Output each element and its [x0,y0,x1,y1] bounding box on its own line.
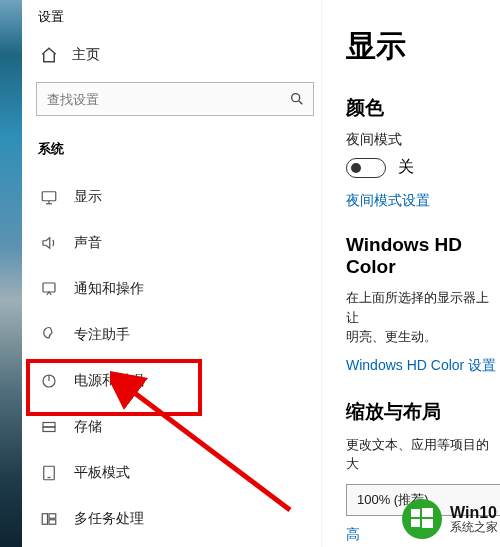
svg-rect-18 [422,508,433,517]
hd-color-help: 在上面所选择的显示器上让 明亮、更生动。 [346,288,500,347]
page-title: 显示 [346,26,500,67]
sidebar-item-storage[interactable]: 存储 [30,404,321,450]
sidebar-item-label: 多任务处理 [74,510,313,528]
settings-window: 设置 主页 [22,0,500,547]
color-heading: 颜色 [346,95,500,121]
nav-list: 显示 声音 通知和操作 [30,174,321,542]
sidebar-item-notifications[interactable]: 通知和操作 [30,266,321,312]
watermark-line2: 系统之家 [450,521,498,534]
search-input-container[interactable] [36,82,314,116]
home-icon [40,46,58,64]
sidebar-item-power-sleep[interactable]: 电源和睡眠 [30,358,321,404]
svg-rect-17 [411,509,420,517]
display-icon [40,188,58,206]
sidebar-item-label: 显示 [74,188,313,206]
search-icon [289,91,305,107]
win10-logo-icon [400,497,444,541]
svg-rect-13 [49,514,56,519]
content-pane: 显示 颜色 夜间模式 关 夜间模式设置 Windows HD Color 在上面… [322,0,500,547]
sidebar-item-label: 通知和操作 [74,280,313,298]
app-title: 设置 [30,0,321,32]
section-label-system: 系统 [30,130,321,174]
svg-rect-12 [42,514,47,525]
search-input[interactable] [37,92,313,107]
svg-rect-9 [43,427,55,432]
sidebar-item-multitasking[interactable]: 多任务处理 [30,496,321,542]
tablet-icon [40,464,58,482]
scale-heading: 缩放与布局 [346,399,500,425]
sidebar-item-label: 存储 [74,418,313,436]
sound-icon [40,234,58,252]
storage-icon [40,418,58,436]
svg-rect-8 [43,423,55,428]
sidebar: 设置 主页 [22,0,322,547]
svg-rect-2 [42,192,56,201]
svg-rect-14 [49,520,56,525]
sidebar-item-display[interactable]: 显示 [30,174,321,220]
sidebar-item-label: 平板模式 [74,464,313,482]
svg-line-1 [299,101,302,104]
toggle-state-text: 关 [398,157,414,178]
hd-color-heading: Windows HD Color [346,234,500,278]
sidebar-item-tablet-mode[interactable]: 平板模式 [30,450,321,496]
night-mode-label: 夜间模式 [346,131,500,149]
watermark-line1: Win10 [450,504,498,522]
sidebar-item-home[interactable]: 主页 [30,32,321,78]
sidebar-item-label: 专注助手 [74,326,313,344]
scale-help: 更改文本、应用等项目的大 [346,435,500,474]
multitasking-icon [40,510,58,528]
svg-rect-20 [422,519,433,528]
hd-color-settings-link[interactable]: Windows HD Color 设置 [346,357,500,375]
desktop-wallpaper [0,0,22,547]
notifications-icon [40,280,58,298]
sidebar-home-label: 主页 [72,46,100,64]
svg-rect-19 [411,519,420,527]
sidebar-item-focus-assist[interactable]: 专注助手 [30,312,321,358]
sidebar-item-sound[interactable]: 声音 [30,220,321,266]
night-mode-toggle[interactable] [346,158,386,178]
power-icon [40,372,58,390]
svg-point-0 [292,94,300,102]
night-mode-settings-link[interactable]: 夜间模式设置 [346,192,500,210]
sidebar-item-label: 电源和睡眠 [74,372,313,390]
app-title-text: 设置 [38,8,64,26]
focus-assist-icon [40,326,58,344]
sidebar-item-label: 声音 [74,234,313,252]
svg-rect-5 [43,283,55,292]
watermark: Win10 系统之家 [400,497,498,541]
